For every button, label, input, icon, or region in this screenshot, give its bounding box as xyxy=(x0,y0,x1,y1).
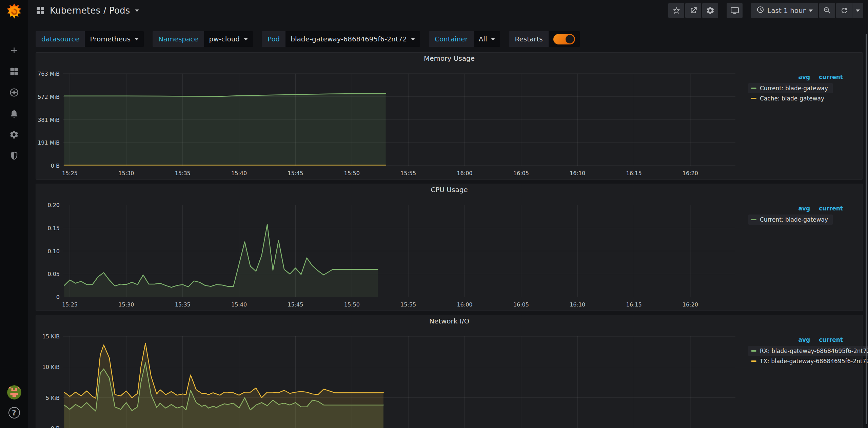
svg-text:16:20: 16:20 xyxy=(683,170,698,176)
series-color-swatch xyxy=(751,350,756,352)
variable-pod-select[interactable]: blade-gateway-68684695f6-2nt72 xyxy=(285,31,420,47)
legend-item[interactable]: Current: blade-gateway xyxy=(748,83,833,93)
cpu-usage-chart[interactable]: 15:2515:3015:3515:4015:4515:5015:5516:00… xyxy=(36,195,735,311)
create-plus-icon[interactable] xyxy=(9,45,19,55)
legend-sort-avg[interactable]: avg xyxy=(798,74,810,83)
svg-text:16:05: 16:05 xyxy=(513,170,529,176)
svg-text:16:20: 16:20 xyxy=(683,301,698,308)
variable-container-select[interactable]: All xyxy=(474,31,500,47)
page-title: Kubernetes / Pods xyxy=(50,5,130,16)
svg-text:381 MiB: 381 MiB xyxy=(38,117,60,123)
svg-text:15:40: 15:40 xyxy=(231,170,247,176)
clock-icon xyxy=(756,6,764,15)
svg-text:15:35: 15:35 xyxy=(175,301,191,308)
variable-container: Container All xyxy=(429,31,500,47)
configuration-gear-icon[interactable] xyxy=(9,130,19,139)
cycle-view-monitor-button[interactable] xyxy=(727,3,743,18)
svg-text:572 MiB: 572 MiB xyxy=(38,94,60,100)
panel-title[interactable]: Network I/O xyxy=(36,315,863,326)
restarts-toggle[interactable] xyxy=(549,31,580,47)
svg-text:16:05: 16:05 xyxy=(513,301,529,308)
share-dashboard-button[interactable] xyxy=(685,3,701,18)
legend-sort-current[interactable]: current xyxy=(819,74,843,83)
dashboard-settings-gear-button[interactable] xyxy=(702,3,718,18)
svg-text:16:00: 16:00 xyxy=(457,170,472,176)
alerting-bell-icon[interactable] xyxy=(9,109,19,118)
scrollbar[interactable] xyxy=(866,34,867,424)
sidebar-menu xyxy=(9,45,19,161)
svg-text:15:55: 15:55 xyxy=(400,170,416,176)
refresh-button[interactable] xyxy=(836,3,852,18)
memory-usage-legend: avg current Current: blade-gateway Cache… xyxy=(735,63,863,179)
user-avatar[interactable] xyxy=(7,385,21,399)
legend-item[interactable]: TX: blade-gateway-68684695f6-2nt72 xyxy=(748,356,868,366)
cpu-usage-legend: avg current Current: blade-gateway xyxy=(735,195,863,311)
series-color-swatch xyxy=(751,219,756,220)
help-icon[interactable]: ? xyxy=(8,407,20,418)
explore-compass-icon[interactable] xyxy=(9,88,19,97)
legend-item[interactable]: Cache: blade-gateway xyxy=(748,93,829,104)
dashboards-grid-icon[interactable] xyxy=(9,67,19,76)
svg-text:16:10: 16:10 xyxy=(570,301,585,308)
network-io-legend: avg current RX: blade-gateway-68684695f6… xyxy=(735,326,863,428)
svg-text:15:35: 15:35 xyxy=(175,170,191,176)
chevron-down-icon xyxy=(491,38,495,40)
legend-sort-avg[interactable]: avg xyxy=(798,336,810,346)
svg-text:16:15: 16:15 xyxy=(626,301,642,308)
svg-text:16:15: 16:15 xyxy=(626,170,642,176)
legend-sort-avg[interactable]: avg xyxy=(798,205,810,215)
panel-network-io: Network I/O 15:2515:3015:3515:4015:4515:… xyxy=(36,315,863,428)
svg-text:0 B: 0 B xyxy=(51,163,60,169)
svg-text:15:45: 15:45 xyxy=(288,170,303,176)
variable-label: Pod xyxy=(262,31,285,47)
legend-sort-current[interactable]: current xyxy=(819,336,843,346)
legend-item[interactable]: Current: blade-gateway xyxy=(748,215,833,225)
svg-text:15:25: 15:25 xyxy=(62,301,78,308)
panel-title[interactable]: Memory Usage xyxy=(36,53,863,63)
zoom-out-button[interactable] xyxy=(819,3,835,18)
svg-text:15:55: 15:55 xyxy=(400,301,416,308)
svg-text:15:45: 15:45 xyxy=(288,301,303,308)
svg-text:15:50: 15:50 xyxy=(344,170,360,176)
legend-sort-current[interactable]: current xyxy=(819,205,843,215)
grafana-logo-icon[interactable] xyxy=(6,3,23,20)
variable-label: Namespace xyxy=(153,31,204,47)
svg-text:15:25: 15:25 xyxy=(62,170,78,176)
refresh-interval-dropdown[interactable] xyxy=(852,3,863,18)
panel-title[interactable]: CPU Usage xyxy=(36,184,863,195)
chevron-down-icon xyxy=(411,38,415,40)
variable-label: datasource xyxy=(36,31,85,47)
legend-item[interactable]: RX: blade-gateway-68684695f6-2nt72 xyxy=(748,346,868,356)
series-color-swatch xyxy=(751,360,756,362)
chevron-down-icon xyxy=(135,10,139,12)
variable-restarts: Restarts xyxy=(509,31,579,47)
variable-namespace: Namespace pw-cloud xyxy=(153,31,253,47)
svg-text:0.20: 0.20 xyxy=(47,202,60,208)
svg-text:10 KiB: 10 KiB xyxy=(42,364,60,370)
svg-text:15:30: 15:30 xyxy=(118,301,134,308)
toggle-switch-on xyxy=(553,34,575,44)
svg-text:763 MiB: 763 MiB xyxy=(38,71,60,77)
svg-text:15 KiB: 15 KiB xyxy=(42,333,60,340)
svg-text:15:30: 15:30 xyxy=(118,170,134,176)
variable-datasource-select[interactable]: Prometheus xyxy=(85,31,143,47)
dashboard-panels: Memory Usage 15:2515:3015:3515:4015:4515… xyxy=(28,47,868,428)
server-admin-shield-icon[interactable] xyxy=(9,151,19,161)
variable-datasource: datasource Prometheus xyxy=(36,31,144,47)
variable-namespace-select[interactable]: pw-cloud xyxy=(204,31,253,47)
svg-text:16:00: 16:00 xyxy=(457,301,472,308)
svg-text:0.15: 0.15 xyxy=(47,225,60,231)
variable-pod: Pod blade-gateway-68684695f6-2nt72 xyxy=(262,31,420,47)
memory-usage-chart[interactable]: 15:2515:3015:3515:4015:4515:5015:5516:00… xyxy=(36,63,735,179)
svg-text:0: 0 xyxy=(56,294,60,300)
refresh-control xyxy=(836,3,863,18)
dashboard-title-dropdown[interactable]: Kubernetes / Pods xyxy=(36,5,139,16)
mark-favorite-star-button[interactable] xyxy=(668,3,684,18)
main-area: Kubernetes / Pods xyxy=(28,0,868,428)
time-range-picker[interactable]: Last 1 hour xyxy=(751,3,818,18)
svg-text:15:40: 15:40 xyxy=(231,301,247,308)
network-io-chart[interactable]: 15:2515:3015:3515:4015:4515:5015:5516:00… xyxy=(36,326,735,428)
dashboard-grid-icon xyxy=(36,6,45,15)
sidebar-bottom: ? xyxy=(7,385,21,428)
variable-label: Container xyxy=(429,31,474,47)
